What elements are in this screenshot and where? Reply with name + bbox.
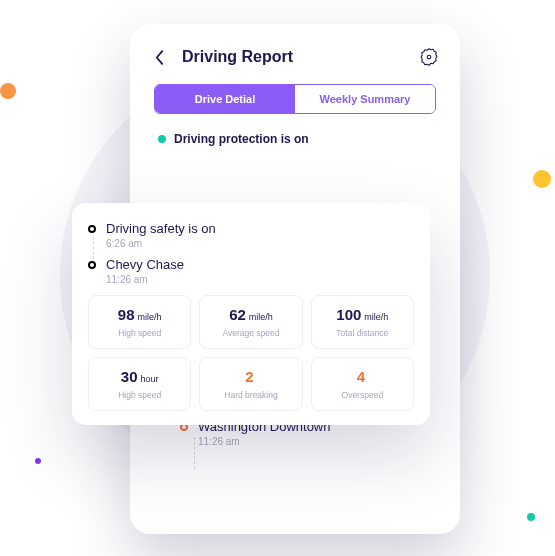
metric-value: 100	[336, 306, 361, 323]
status-dot-icon	[158, 135, 166, 143]
marker-icon	[88, 261, 96, 269]
metric-duration: 30hour High speed	[88, 357, 191, 411]
protection-label: Driving protection is on	[174, 132, 309, 146]
metric-label: High speed	[95, 328, 184, 338]
decor-dot-orange	[0, 83, 16, 99]
trip-body: Driving safety is on 6:26 am	[106, 221, 216, 249]
back-button[interactable]	[150, 48, 168, 66]
metric-value: 2	[245, 368, 253, 385]
chevron-left-icon	[155, 50, 164, 65]
trip-time: 6:26 am	[106, 238, 216, 249]
metric-label: Overspeed	[318, 390, 407, 400]
metric-hard-breaking: 2 Hard breaking	[199, 357, 302, 411]
metric-unit: mile/h	[364, 312, 388, 322]
metric-unit: mile/h	[138, 312, 162, 322]
timeline-connector	[194, 437, 195, 469]
decor-dot-purple	[35, 458, 41, 464]
metrics-grid: 98mile/h High speed 62mile/h Average spe…	[88, 295, 414, 411]
decor-dot-yellow	[533, 170, 551, 188]
trip-detail-card: Driving safety is on 6:26 am Chevy Chase…	[72, 203, 430, 425]
decor-dot-teal	[527, 513, 535, 521]
metric-overspeed: 4 Overspeed	[311, 357, 414, 411]
svg-point-0	[427, 55, 431, 59]
metric-unit: hour	[141, 374, 159, 384]
trip-item[interactable]: Chevy Chase 11:26 am	[88, 257, 414, 285]
metric-high-speed: 98mile/h High speed	[88, 295, 191, 349]
trip-item[interactable]: Driving safety is on 6:26 am	[88, 221, 414, 249]
page-title: Driving Report	[182, 48, 404, 66]
metric-value: 62	[229, 306, 246, 323]
trip-time: 11:26 am	[106, 274, 184, 285]
metric-value: 98	[118, 306, 135, 323]
metric-label: High speed	[95, 390, 184, 400]
timeline-time: 11:26 am	[198, 436, 330, 447]
metric-label: Total distance	[318, 328, 407, 338]
metric-unit: mile/h	[249, 312, 273, 322]
metric-value: 4	[357, 368, 365, 385]
app-header: Driving Report	[150, 46, 440, 68]
trip-name: Chevy Chase	[106, 257, 184, 272]
metric-average-speed: 62mile/h Average speed	[199, 295, 302, 349]
tab-drive-detail[interactable]: Drive Detial	[155, 85, 295, 113]
overlay-connector	[93, 237, 94, 259]
metric-label: Hard breaking	[206, 390, 295, 400]
tab-weekly-summary[interactable]: Weekly Summary	[295, 85, 435, 113]
gear-icon	[419, 47, 439, 67]
metric-total-distance: 100mile/h Total distance	[311, 295, 414, 349]
protection-status: Driving protection is on	[158, 132, 432, 146]
metric-label: Average speed	[206, 328, 295, 338]
tab-bar: Drive Detial Weekly Summary	[154, 84, 436, 114]
settings-button[interactable]	[418, 46, 440, 68]
trip-body: Chevy Chase 11:26 am	[106, 257, 184, 285]
trip-name: Driving safety is on	[106, 221, 216, 236]
metric-value: 30	[121, 368, 138, 385]
marker-icon	[88, 225, 96, 233]
